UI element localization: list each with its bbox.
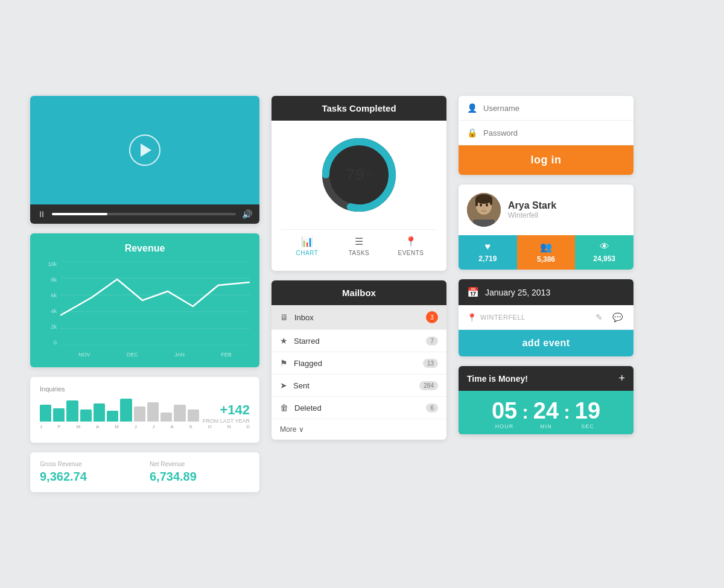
column-2: Tasks Completed 79% 📊 [272, 96, 446, 440]
tasks-card: Tasks Completed 79% 📊 [272, 96, 446, 271]
location-text: WINTERFELL [480, 314, 526, 321]
calendar-icon: 📅 [467, 286, 479, 298]
password-field: 🔒 [459, 121, 634, 145]
events-tab-icon: 📍 [405, 236, 417, 247]
plus-value-block: +142 FROM LAST YEAR [203, 402, 250, 424]
inbox-label: Inbox [294, 313, 426, 322]
timer-display: 05 HOUR : 24 MIN : 19 SEC [459, 391, 634, 434]
comment-button[interactable]: 💬 [610, 311, 625, 323]
password-input[interactable] [483, 128, 625, 138]
flagged-label: Flagged [294, 359, 423, 368]
stat-likes[interactable]: ♥ 2,719 [459, 235, 517, 270]
bar-item [40, 405, 51, 422]
hours-label: HOUR [495, 423, 514, 429]
revenue-card: Revenue 10k 8k 6k 4k 2k 0 .grid-line { s… [30, 233, 259, 367]
gross-value: 9,362.74 [40, 470, 140, 484]
video-screen [30, 96, 259, 204]
timer-minutes: 24 MIN [533, 399, 559, 429]
bar-item [80, 409, 92, 422]
bar-item [160, 413, 172, 422]
profile-name: Arya Stark [508, 200, 556, 211]
column-1: ⏸ 🔊 Revenue 10k 8k 6k 4k 2k 0 [30, 96, 259, 492]
tab-chart[interactable]: 📊 CHART [281, 230, 333, 261]
chart-area: 10k 8k 6k 4k 2k 0 .grid-line { stroke: r… [40, 261, 250, 358]
svg-point-14 [475, 194, 492, 204]
bar-item [120, 399, 132, 422]
minutes-label: MIN [540, 423, 552, 429]
mail-starred[interactable]: ★ Starred 7 [272, 330, 446, 352]
login-button[interactable]: log in [459, 145, 634, 175]
mail-sent[interactable]: ➤ Sent 284 [272, 375, 446, 397]
deleted-count: 6 [426, 403, 438, 413]
starred-count: 7 [426, 337, 438, 346]
mailbox-header: Mailbox [272, 280, 446, 305]
bar-labels: JFM AMJ JAS OND [40, 424, 250, 429]
event-actions: 📍 WINTERFELL ✎ 💬 [459, 305, 634, 330]
tasks-tab-icon: ☰ [355, 236, 363, 247]
bar-item [174, 405, 185, 422]
hours-value: 05 [492, 399, 517, 422]
sent-label: Sent [293, 381, 419, 390]
tab-tasks[interactable]: ☰ TASKS [333, 230, 385, 261]
mail-inbox[interactable]: 🖥 Inbox 3 [272, 305, 446, 330]
chart-tab-label: CHART [296, 250, 319, 256]
colon-1: : [522, 401, 529, 423]
progress-bar[interactable] [52, 213, 236, 215]
event-date: January 25, 2013 [485, 288, 550, 297]
bar-item [147, 402, 159, 422]
lock-icon: 🔒 [467, 128, 477, 138]
tasks-header: Tasks Completed [272, 96, 446, 121]
svg-point-12 [486, 204, 488, 207]
stat-views[interactable]: 👁 24,953 [575, 235, 634, 270]
stat-followers[interactable]: 👥 5,386 [517, 235, 576, 270]
chart-x-labels: NOV DEC JAN FEB [60, 352, 250, 358]
revenue-title: Revenue [40, 243, 250, 254]
donut-percent: 79 [346, 165, 364, 184]
svg-rect-15 [475, 199, 478, 206]
flagged-count: 13 [423, 359, 438, 368]
timer-seconds: 19 SEC [575, 399, 600, 429]
bar-item [94, 403, 105, 422]
username-input[interactable] [483, 104, 625, 113]
svg-point-11 [480, 204, 482, 207]
mail-deleted[interactable]: 🗑 Deleted 6 [272, 397, 446, 419]
pause-icon[interactable]: ⏸ [37, 209, 46, 219]
plus-value: +142 [203, 402, 250, 418]
main-canvas: ⏸ 🔊 Revenue 10k 8k 6k 4k 2k 0 [30, 96, 694, 492]
chart-tab-icon: 📊 [301, 236, 313, 247]
seconds-label: SEC [581, 423, 594, 429]
tasks-tabs: 📊 CHART ☰ TASKS 📍 EVENTS [281, 229, 437, 261]
mail-flagged[interactable]: ⚑ Flagged 13 [272, 352, 446, 375]
timer-card: Time is Money! + 05 HOUR : 24 MIN : 19 S… [459, 366, 634, 434]
tasks-body: 79% 📊 CHART ☰ TASKS 📍 EVENTS [272, 121, 446, 271]
timer-title: Time is Money! [467, 374, 528, 384]
mail-more[interactable]: More ∨ [272, 419, 446, 440]
starred-label: Starred [294, 337, 426, 346]
profile-stats: ♥ 2,719 👥 5,386 👁 24,953 [459, 235, 634, 270]
edit-button[interactable]: ✎ [593, 311, 605, 323]
progress-fill [52, 213, 107, 215]
minutes-value: 24 [533, 399, 559, 422]
add-event-button[interactable]: add event [459, 330, 634, 356]
timer-add-button[interactable]: + [618, 372, 625, 385]
inquiries-card: Inquiries +142 [30, 377, 259, 443]
volume-icon[interactable]: 🔊 [242, 209, 252, 219]
sent-count: 284 [419, 381, 438, 390]
profile-info: Arya Stark Winterfell [459, 185, 634, 235]
tab-events[interactable]: 📍 EVENTS [385, 230, 437, 261]
donut-center: 79% [346, 165, 372, 185]
gross-revenue: Gross Revenue 9,362.74 [40, 461, 140, 484]
donut-chart: 79% [317, 133, 401, 217]
gross-label: Gross Revenue [40, 461, 140, 467]
bar-chart [40, 397, 199, 422]
play-button[interactable] [129, 134, 160, 166]
colon-2: : [564, 401, 570, 423]
video-player: ⏸ 🔊 [30, 96, 259, 224]
profile-card: Arya Stark Winterfell ♥ 2,719 👥 5,386 👁 … [459, 185, 634, 270]
from-text: FROM LAST YEAR [203, 418, 250, 424]
bar-item [66, 400, 78, 422]
event-header: 📅 January 25, 2013 [459, 279, 634, 305]
profile-location: Winterfell [508, 211, 556, 220]
timer-hours: 05 HOUR [492, 399, 517, 429]
views-value: 24,953 [593, 254, 615, 263]
